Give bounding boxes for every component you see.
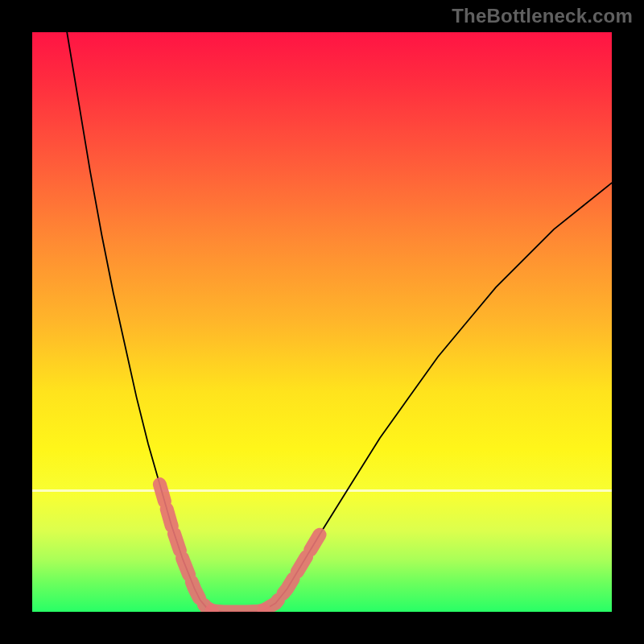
chart-stage: TheBottleneck.com [0,0,644,644]
overlay-left-dashes [159,485,212,611]
watermark-text: TheBottleneck.com [452,5,633,27]
curve-left-branch [67,32,212,611]
overlay-right-dashes [264,530,322,610]
curve-svg [32,32,612,612]
plot-area [32,32,612,612]
overlay-floor-solid [212,610,264,612]
